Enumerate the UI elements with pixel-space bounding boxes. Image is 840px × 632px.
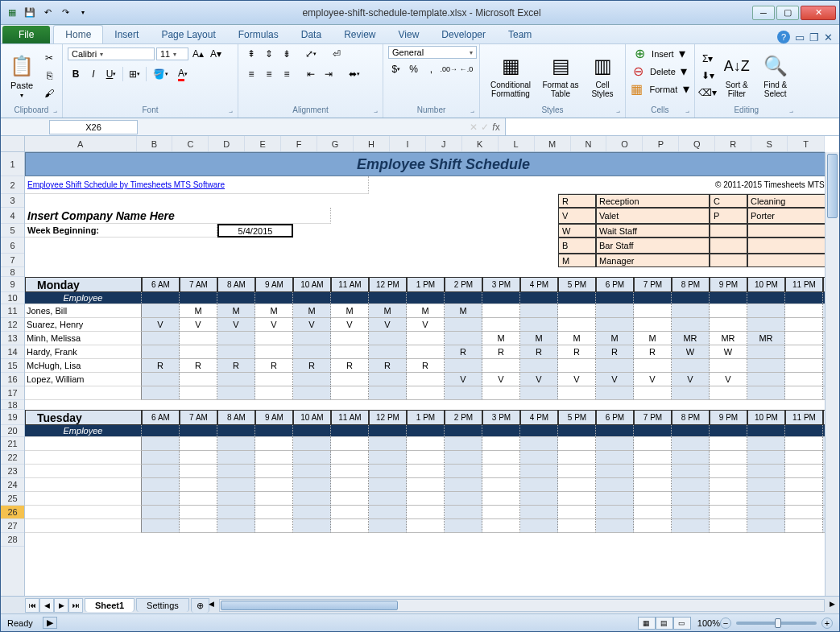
- time-header[interactable]: 11 PM: [785, 410, 823, 425]
- employee-name[interactable]: Minh, Melissa: [25, 332, 142, 345]
- shift-cell[interactable]: V: [482, 373, 520, 386]
- shift-cell[interactable]: M: [293, 304, 331, 318]
- row-header-26[interactable]: 26: [1, 506, 24, 519]
- legend-empty[interactable]: [747, 238, 825, 254]
- shift-cell[interactable]: [747, 492, 785, 506]
- time-header[interactable]: 8 AM: [217, 277, 255, 292]
- row-header-12[interactable]: 12: [1, 318, 24, 332]
- shift-cell[interactable]: [520, 506, 558, 519]
- col-header-Q[interactable]: Q: [679, 136, 715, 151]
- tab-review[interactable]: Review: [333, 26, 387, 43]
- cut-icon[interactable]: ✂: [41, 50, 57, 66]
- time-header[interactable]: 3 PM: [482, 277, 520, 292]
- shift-cell[interactable]: [445, 492, 482, 506]
- shift-cell[interactable]: [255, 519, 293, 533]
- legend-name-P[interactable]: Porter: [747, 208, 825, 224]
- employee-name[interactable]: [25, 437, 142, 451]
- conditional-formatting-button[interactable]: ▦Conditional Formatting: [485, 49, 536, 102]
- shift-cell[interactable]: [710, 506, 747, 519]
- fx-icon[interactable]: fx: [492, 122, 499, 133]
- shift-cell[interactable]: [217, 478, 255, 492]
- employee-header[interactable]: Employee: [25, 425, 142, 437]
- tab-next-icon[interactable]: ▶: [54, 598, 68, 613]
- shift-cell[interactable]: [407, 373, 445, 386]
- autosum-icon[interactable]: Σ▾: [700, 51, 716, 67]
- zoom-thumb[interactable]: [775, 618, 781, 628]
- row-header-10[interactable]: 10: [1, 292, 24, 304]
- help-icon[interactable]: ?: [777, 31, 790, 43]
- shift-cell[interactable]: [331, 437, 369, 451]
- employee-name[interactable]: [25, 519, 142, 533]
- shift-cell[interactable]: M: [634, 332, 672, 345]
- shift-cell[interactable]: [596, 437, 634, 451]
- shift-cell[interactable]: [142, 437, 180, 451]
- time-header[interactable]: 8 AM: [217, 410, 255, 425]
- shift-cell[interactable]: [482, 465, 520, 478]
- shift-cell[interactable]: [255, 506, 293, 519]
- font-name-combo[interactable]: Calibri▾: [68, 48, 155, 60]
- row-header-1[interactable]: 1: [1, 152, 24, 176]
- col-header-O[interactable]: O: [606, 136, 643, 151]
- row-header-17[interactable]: 17: [1, 386, 24, 400]
- shift-cell[interactable]: V: [142, 318, 180, 332]
- shift-cell[interactable]: R: [407, 359, 445, 373]
- shift-cell[interactable]: [710, 437, 747, 451]
- shift-cell[interactable]: [520, 386, 558, 400]
- day-name-monday[interactable]: Monday: [25, 277, 142, 292]
- font-color-button[interactable]: A▾: [172, 66, 193, 82]
- sheet-title[interactable]: Employee Shift Schedule: [25, 152, 825, 176]
- col-header-F[interactable]: F: [281, 136, 317, 151]
- decrease-font-icon[interactable]: A▾: [208, 46, 224, 62]
- shift-cell[interactable]: [634, 304, 672, 318]
- shift-cell[interactable]: [558, 492, 596, 506]
- shift-cell[interactable]: [710, 304, 747, 318]
- shift-cell[interactable]: [331, 478, 369, 492]
- shift-cell[interactable]: M: [217, 304, 255, 318]
- time-header[interactable]: 3 PM: [482, 410, 520, 425]
- sort-filter-button[interactable]: A↓ZSort & Filter: [719, 49, 755, 102]
- shift-cell[interactable]: [180, 373, 217, 386]
- shift-cell[interactable]: [142, 386, 180, 400]
- shift-cell[interactable]: [634, 492, 672, 506]
- employee-name[interactable]: [25, 478, 142, 492]
- qat-customize-icon[interactable]: ▾: [75, 5, 91, 21]
- shift-cell[interactable]: [369, 373, 407, 386]
- format-cells-button[interactable]: ▦ Format ▾: [631, 81, 689, 97]
- shift-cell[interactable]: [482, 318, 520, 332]
- shift-cell[interactable]: [596, 304, 634, 318]
- shift-cell[interactable]: [369, 519, 407, 533]
- shift-cell[interactable]: [445, 451, 482, 465]
- vertical-scrollbar[interactable]: [825, 152, 839, 596]
- row-header-9[interactable]: 9: [1, 277, 24, 292]
- time-header[interactable]: 8 PM: [672, 410, 710, 425]
- shift-cell[interactable]: [407, 332, 445, 345]
- time-header[interactable]: 6 AM: [142, 277, 180, 292]
- shift-cell[interactable]: [217, 451, 255, 465]
- legend-name-M[interactable]: Manager: [596, 254, 710, 267]
- shift-cell[interactable]: [482, 359, 520, 373]
- shift-cell[interactable]: [293, 506, 331, 519]
- shift-cell[interactable]: [558, 304, 596, 318]
- employee-name[interactable]: [25, 451, 142, 465]
- shift-cell[interactable]: [596, 451, 634, 465]
- shift-cell[interactable]: V: [445, 373, 482, 386]
- shift-cell[interactable]: [445, 519, 482, 533]
- tab-prev-icon[interactable]: ◀: [39, 598, 54, 613]
- time-header[interactable]: 6 PM: [596, 277, 634, 292]
- shift-cell[interactable]: [180, 451, 217, 465]
- shift-cell[interactable]: [142, 506, 180, 519]
- shift-cell[interactable]: [180, 332, 217, 345]
- time-header[interactable]: 5 PM: [558, 277, 596, 292]
- increase-decimal-icon[interactable]: .00→: [441, 61, 457, 77]
- legend-empty[interactable]: [710, 238, 747, 254]
- col-header-S[interactable]: S: [751, 136, 788, 151]
- col-header-K[interactable]: K: [462, 136, 499, 151]
- shift-cell[interactable]: MR: [672, 332, 710, 345]
- shift-cell[interactable]: [710, 465, 747, 478]
- shift-cell[interactable]: M: [369, 304, 407, 318]
- shift-cell[interactable]: [672, 318, 710, 332]
- shift-cell[interactable]: [217, 519, 255, 533]
- legend-code-C[interactable]: C: [710, 194, 747, 208]
- shift-cell[interactable]: [747, 359, 785, 373]
- shift-cell[interactable]: [331, 465, 369, 478]
